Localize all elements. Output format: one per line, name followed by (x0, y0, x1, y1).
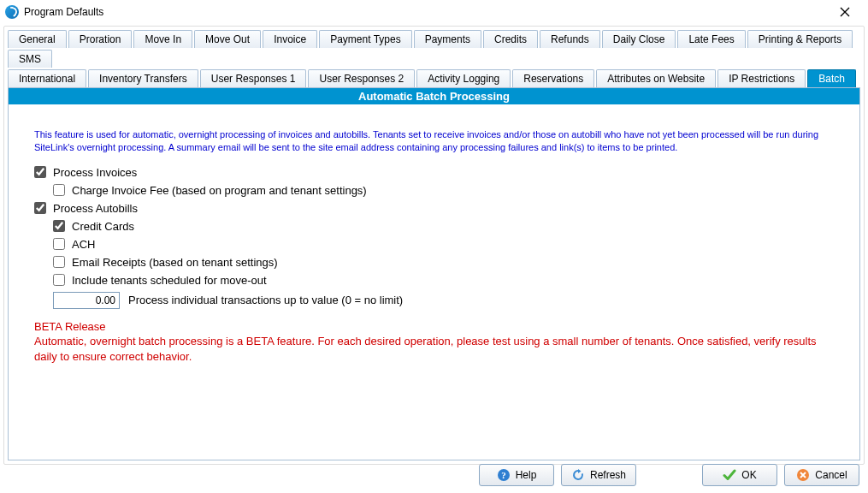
tx-value-input[interactable] (53, 292, 120, 309)
tab-daily-close[interactable]: Daily Close (602, 30, 676, 48)
app-icon (5, 5, 19, 19)
tab-user-responses-1[interactable]: User Responses 1 (200, 69, 307, 87)
section-header: Automatic Batch Processing (9, 88, 859, 104)
refresh-label: Refresh (590, 469, 626, 481)
intro-text: This feature is used for automatic, over… (34, 128, 834, 154)
credit-cards-checkbox[interactable] (53, 220, 65, 232)
tab-printing-reports[interactable]: Printing & Reports (747, 30, 853, 48)
credit-cards-row[interactable]: Credit Cards (53, 220, 834, 233)
charge-invoice-fee-row[interactable]: Charge Invoice Fee (based on program and… (53, 184, 834, 197)
tab-general[interactable]: General (8, 30, 67, 48)
tab-attributes-website[interactable]: Attributes on Website (596, 69, 716, 87)
include-moveout-row[interactable]: Include tenants scheduled for move-out (53, 274, 834, 287)
check-icon (723, 468, 736, 482)
email-receipts-label: Email Receipts (based on tenant settings… (72, 256, 278, 269)
ach-checkbox[interactable] (53, 238, 65, 250)
beta-title: BETA Release (34, 319, 834, 335)
tab-invoice[interactable]: Invoice (263, 30, 317, 48)
ok-label: OK (741, 469, 756, 481)
tab-activity-logging[interactable]: Activity Logging (416, 69, 511, 87)
help-button[interactable]: ? Help (479, 464, 554, 486)
tx-value-row: Process individual transactions up to va… (53, 292, 834, 309)
secondary-button-bar: ? Help Refresh (479, 464, 636, 486)
tab-sms[interactable]: SMS (8, 50, 52, 68)
refresh-icon (571, 468, 585, 482)
tab-reservations[interactable]: Reservations (512, 69, 594, 87)
tab-inventory-transfers[interactable]: Inventory Transfers (88, 69, 198, 87)
tab-content: Automatic Batch Processing This feature … (8, 87, 860, 460)
section-body: This feature is used for automatic, over… (9, 104, 859, 372)
process-autobills-row[interactable]: Process Autobills (34, 202, 834, 215)
process-invoices-row[interactable]: Process Invoices (34, 166, 834, 179)
ok-button[interactable]: OK (702, 464, 777, 486)
cancel-icon (796, 468, 810, 482)
process-autobills-label: Process Autobills (53, 202, 138, 215)
tab-move-out[interactable]: Move Out (194, 30, 261, 48)
tab-row-1: General Proration Move In Move Out Invoi… (6, 28, 862, 68)
refresh-button[interactable]: Refresh (561, 464, 636, 486)
svg-text:?: ? (501, 470, 506, 480)
credit-cards-label: Credit Cards (72, 220, 134, 233)
window-title: Program Defaults (24, 6, 103, 18)
tab-proration[interactable]: Proration (68, 30, 133, 48)
titlebar: Program Defaults (0, 0, 868, 24)
tab-row-2: International Inventory Transfers User R… (6, 68, 862, 87)
tab-move-in[interactable]: Move In (133, 30, 192, 48)
tab-ip-restrictions[interactable]: IP Restrictions (717, 69, 806, 87)
beta-notice: BETA Release Automatic, overnight batch … (34, 319, 834, 365)
tab-refunds[interactable]: Refunds (540, 30, 600, 48)
email-receipts-checkbox[interactable] (53, 256, 65, 268)
process-invoices-label: Process Invoices (53, 166, 137, 179)
cancel-label: Cancel (815, 469, 847, 481)
tab-batch[interactable]: Batch (807, 69, 856, 87)
dialog-frame: General Proration Move In Move Out Invoi… (3, 26, 865, 465)
tab-user-responses-2[interactable]: User Responses 2 (308, 69, 415, 87)
help-icon: ? (497, 468, 511, 482)
process-autobills-checkbox[interactable] (34, 202, 46, 214)
ach-label: ACH (72, 238, 95, 251)
process-invoices-checkbox[interactable] (34, 166, 46, 178)
cancel-button[interactable]: Cancel (784, 464, 859, 486)
ach-row[interactable]: ACH (53, 238, 834, 251)
include-moveout-label: Include tenants scheduled for move-out (72, 274, 267, 287)
tab-payments[interactable]: Payments (414, 30, 481, 48)
tab-credits[interactable]: Credits (483, 30, 538, 48)
primary-button-bar: OK Cancel (702, 464, 859, 486)
window-close-button[interactable] (827, 1, 863, 23)
charge-invoice-fee-checkbox[interactable] (53, 184, 65, 196)
tab-international[interactable]: International (8, 69, 86, 87)
tab-late-fees[interactable]: Late Fees (677, 30, 745, 48)
include-moveout-checkbox[interactable] (53, 274, 65, 286)
tx-value-label: Process individual transactions up to va… (128, 294, 403, 306)
email-receipts-row[interactable]: Email Receipts (based on tenant settings… (53, 256, 834, 269)
beta-body: Automatic, overnight batch processing is… (34, 334, 834, 364)
charge-invoice-fee-label: Charge Invoice Fee (based on program and… (72, 184, 367, 197)
close-icon (840, 7, 850, 17)
tab-payment-types[interactable]: Payment Types (319, 30, 412, 48)
help-label: Help (516, 469, 537, 481)
